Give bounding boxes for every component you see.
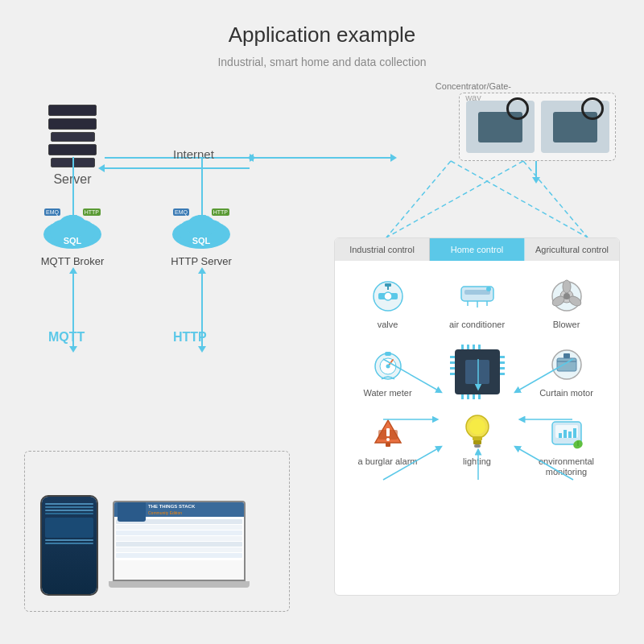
page: Application example Industrial, smart ho… (0, 0, 644, 644)
svg-rect-50 (573, 428, 576, 438)
arrowhead-to-conc (390, 154, 397, 162)
svg-point-28 (386, 365, 390, 369)
blower-icon (547, 277, 586, 316)
phone-line-1 (45, 503, 93, 505)
tab-industrial[interactable]: Industrial control (335, 238, 430, 261)
laptop-row-2 (116, 525, 242, 530)
http-badge2: HTTP (212, 208, 229, 216)
svg-point-39 (386, 438, 390, 441)
tab-home[interactable]: Home control (430, 238, 525, 261)
svg-point-21 (563, 280, 571, 293)
arrow-internet-to-server (105, 167, 250, 169)
laptop-row-6 (116, 547, 242, 552)
ctrl-item-envmonitor: environmental monitoring (526, 414, 607, 477)
concentrator-dashed-box (459, 93, 616, 161)
emq-badge2: EMQ (173, 208, 189, 216)
tab-agricultural[interactable]: Agricultural control (525, 238, 619, 261)
dashed-line-2 (523, 161, 588, 237)
http-server-label: HTTP Server (169, 255, 233, 267)
svg-point-10 (384, 292, 392, 300)
pin-r1 (500, 356, 505, 358)
chip-pins-bottom (461, 394, 481, 399)
svg-rect-12 (385, 283, 391, 287)
sql-text: SQL (64, 236, 82, 246)
curtain-icon (547, 345, 586, 384)
emq-badge: EMQ (44, 208, 60, 216)
device-chip-2 (553, 112, 597, 142)
arrowhead-http-up (198, 267, 206, 274)
laptop-title-text: THE THINGS STACK (148, 504, 241, 510)
phone-line-6 (45, 543, 93, 544)
concentrator-device-2 (541, 101, 609, 153)
mqtt-broker-label: MQTT Broker (40, 255, 105, 267)
mqtt-label: MQTT (48, 330, 85, 345)
laptop-row-4 (116, 536, 242, 541)
svg-rect-31 (557, 358, 576, 371)
server-unit-4 (48, 144, 97, 155)
lighting-svg (461, 414, 493, 452)
http-badge: HTTP (83, 208, 101, 216)
chip-pins-top (461, 345, 481, 349)
pin-l4 (450, 373, 455, 375)
laptop-logo (118, 501, 146, 522)
arrow-server-to-mqtt (72, 157, 74, 215)
pin-b4 (478, 394, 481, 399)
pin-r2 (500, 361, 505, 364)
laptop-base (109, 581, 250, 588)
pin-b2 (467, 394, 469, 399)
curtain-label: Curtain motor (539, 388, 593, 398)
alarm-icon (369, 414, 407, 452)
laptop-title-area: THE THINGS STACK Community Edition (148, 504, 241, 514)
arrowhead-mqtt-down (69, 346, 77, 353)
envmonitor-svg (549, 415, 584, 451)
ac-icon (458, 277, 497, 316)
server-unit-2 (48, 118, 97, 130)
ctrl-item-lighting: lighting (436, 414, 518, 477)
control-tabs: Industrial control Home control Agricult… (335, 238, 619, 261)
envmonitor-label: environmental monitoring (526, 456, 607, 477)
valve-label: valve (378, 320, 398, 329)
pin-t4 (478, 345, 481, 349)
pin-t2 (467, 345, 469, 349)
laptop-device: THE THINGS STACK Community Edition (113, 501, 250, 588)
pin-l1 (450, 356, 455, 358)
ac-label: air conditioner (449, 320, 505, 329)
phone-line-3 (45, 510, 93, 511)
ctrl-item-alarm: a burglar alarm (347, 414, 428, 477)
tab-home-label: Home control (451, 245, 503, 254)
svg-rect-38 (386, 428, 390, 436)
watermeter-icon (369, 345, 407, 384)
alarm-label: a burglar alarm (358, 456, 418, 466)
laptop-row-7 (116, 553, 242, 558)
arrowhead-http-down (198, 346, 206, 353)
svg-rect-14 (464, 290, 490, 295)
laptop-row-5 (116, 542, 242, 547)
main-title: Application example (0, 23, 644, 47)
tab-industrial-label: Industrial control (349, 245, 415, 254)
ctrl-item-watermeter: Water meter (347, 345, 428, 398)
ctrl-item-valve: valve (347, 277, 428, 329)
arrowhead-down-http (198, 215, 206, 221)
arrowhead-down-server (69, 215, 77, 221)
ctrl-item-blower: Blower (526, 277, 607, 329)
lighting-label: lighting (463, 456, 491, 466)
server-unit-3 (51, 132, 95, 142)
svg-rect-43 (473, 440, 481, 444)
pin-r3 (500, 367, 505, 369)
title-section: Application example Industrial, smart ho… (0, 0, 644, 68)
valve-svg (370, 279, 406, 314)
ctrl-item-curtain: Curtain motor (526, 345, 607, 398)
laptop-content (114, 517, 244, 560)
laptop-row-3 (116, 530, 242, 535)
pin-t3 (473, 345, 475, 349)
arrowhead-conc-down (532, 177, 540, 184)
envmonitor-icon (547, 414, 586, 452)
arrow-mqtt-down (72, 274, 74, 346)
arrowhead-from-conc (247, 154, 254, 162)
laptop-edition-text: Community Edition (148, 510, 241, 515)
center-chip-icon (455, 349, 500, 394)
control-panel: Industrial control Home control Agricult… (334, 237, 620, 596)
dashed-line-3 (451, 161, 588, 237)
watermeter-svg (369, 345, 407, 384)
svg-rect-42 (473, 436, 482, 440)
